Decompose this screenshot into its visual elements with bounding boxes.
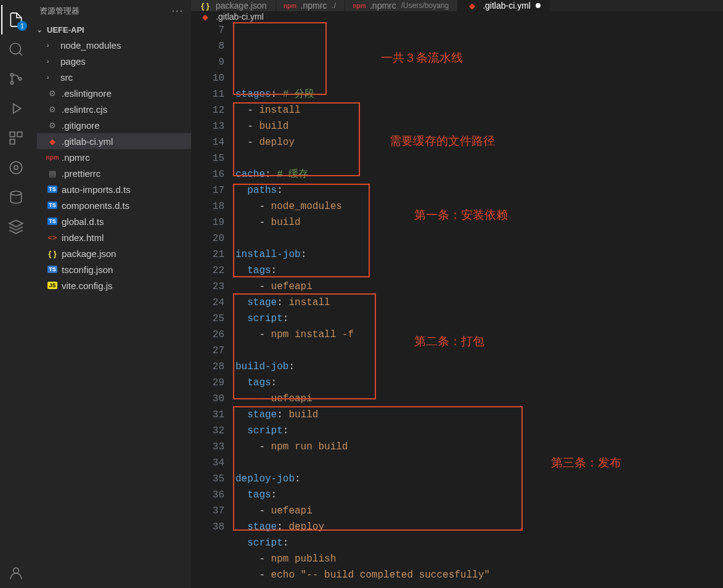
file-label: index.html [62, 232, 104, 243]
code-line[interactable]: deploy-job: [235, 471, 723, 487]
file-item[interactable]: ⚙.eslintignore [37, 85, 191, 101]
more-icon[interactable]: ··· [172, 6, 184, 17]
file-item[interactable]: <>index.html [37, 229, 191, 245]
file-label: node_modules [60, 40, 121, 51]
code-line[interactable]: tags: [235, 487, 723, 503]
tab[interactable]: { }package.json [191, 0, 276, 11]
code-line[interactable] [235, 231, 723, 247]
file-label: tsconfig.json [62, 264, 113, 275]
explorer-icon[interactable]: 1 [1, 5, 31, 35]
tab-label: .npmrc [370, 1, 396, 10]
remote-icon[interactable] [1, 153, 31, 182]
code-line[interactable]: script: [235, 535, 723, 551]
code-area[interactable]: 一共３条流水线需要缓存的文件路径第一条：安装依赖第二条：打包第三条：发布 sta… [235, 22, 723, 588]
code-line[interactable]: stages: # 分段 [235, 86, 723, 102]
tab-label: package.json [216, 1, 267, 10]
code-line[interactable]: - uefeapi [235, 391, 723, 407]
file-item[interactable]: ⚙.gitignore [37, 117, 191, 133]
tab[interactable]: npm.npmrc/Users/boyang [345, 0, 458, 11]
file-label: .eslintignore [62, 88, 112, 99]
code-line[interactable]: build-job: [235, 359, 723, 375]
code-line[interactable]: - install [235, 102, 723, 118]
chevron-down-icon: ⌄ [37, 27, 47, 33]
code-line[interactable]: - build [235, 214, 723, 231]
sidebar-title: 资源管理器 [39, 6, 80, 17]
code-line[interactable]: - npm run build [235, 439, 723, 455]
file-item[interactable]: npm.npmrc [37, 149, 191, 165]
tab[interactable]: npm.npmrc./ [276, 0, 345, 11]
breadcrumb[interactable]: ◆ .gitlab-ci.yml [191, 11, 723, 22]
code-line[interactable]: install-job: [235, 247, 723, 263]
code-line[interactable] [235, 343, 723, 359]
file-item[interactable]: JSvite.config.js [37, 277, 191, 293]
tab[interactable]: ◆.gitlab-ci.yml [458, 0, 550, 11]
file-item[interactable]: TSglobal.d.ts [37, 213, 191, 229]
annotation-box [233, 22, 327, 95]
file-item[interactable]: TScomponents.d.ts [37, 197, 191, 213]
folder-item[interactable]: ›pages [37, 53, 191, 69]
file-item[interactable]: ▤.prettierrc [37, 165, 191, 181]
editor[interactable]: 7891011121314151617181920212223242526272… [191, 22, 723, 588]
sidebar-section[interactable]: ⌄ UEFE-API [32, 22, 191, 37]
tab-label: .gitlab-ci.yml [483, 1, 531, 10]
code-line[interactable]: - npm publish [235, 551, 723, 567]
file-list: ›node_modules›pages›src⚙.eslintignore⚙.e… [32, 37, 191, 293]
section-name: UEFE-API [47, 25, 84, 35]
file-item[interactable]: TStsconfig.json [37, 261, 191, 277]
extensions-icon[interactable] [1, 123, 31, 153]
tab-label: .npmrc [301, 1, 327, 10]
code-line[interactable]: - build [235, 118, 723, 134]
layers-icon[interactable] [1, 212, 31, 242]
svg-line-1 [19, 52, 22, 55]
code-line[interactable]: script: [235, 423, 723, 439]
tab-bar: { }package.jsonnpm.npmrc./npm.npmrc/User… [191, 0, 723, 11]
breadcrumb-label: .gitlab-ci.yml [216, 12, 264, 22]
svg-point-2 [10, 73, 13, 76]
code-line[interactable] [235, 583, 723, 588]
account-icon[interactable] [1, 558, 31, 588]
file-item[interactable]: ◆.gitlab-ci.yml [37, 133, 191, 149]
file-item[interactable]: ⚙.eslintrc.cjs [37, 101, 191, 117]
code-line[interactable]: stage: build [235, 407, 723, 423]
activity-bar: 1 [0, 0, 32, 588]
folder-item[interactable]: ›node_modules [37, 37, 191, 53]
file-item[interactable]: { }package.json [37, 245, 191, 261]
file-item[interactable]: TSauto-imports.d.ts [37, 181, 191, 197]
database-icon[interactable] [1, 182, 31, 212]
code-line[interactable]: stage: deploy [235, 519, 723, 535]
file-label: .gitlab-ci.yml [62, 136, 113, 147]
code-line[interactable]: tags: [235, 263, 723, 279]
svg-point-3 [10, 81, 13, 84]
file-label: .gitignore [62, 120, 100, 131]
svg-point-11 [10, 191, 21, 195]
code-line[interactable] [235, 455, 723, 471]
code-line[interactable] [235, 150, 723, 166]
source-control-icon[interactable] [1, 64, 31, 94]
code-line[interactable]: - echo "-- build completed succesfully" [235, 567, 723, 583]
code-line[interactable]: script: [235, 311, 723, 327]
code-line[interactable]: cache: # 缓存 [235, 166, 723, 182]
code-line[interactable]: stage: install [235, 295, 723, 311]
code-line[interactable]: - uefeapi [235, 503, 723, 519]
svg-point-13 [14, 568, 19, 573]
code-line[interactable]: paths: [235, 182, 723, 198]
modified-indicator [536, 3, 541, 8]
sidebar: 资源管理器 ··· ⌄ UEFE-API ›node_modules›pages… [32, 0, 191, 588]
svg-point-0 [10, 43, 20, 54]
main: { }package.jsonnpm.npmrc./npm.npmrc/User… [191, 0, 723, 588]
svg-marker-12 [9, 220, 23, 227]
code-line[interactable]: - npm install -f [235, 327, 723, 343]
gutter: 7891011121314151617181920212223242526272… [191, 22, 235, 588]
svg-rect-7 [10, 139, 15, 144]
code-line[interactable]: - node_modules [235, 198, 723, 214]
tab-path: ./ [332, 1, 336, 10]
folder-item[interactable]: ›src [37, 69, 191, 85]
annotation-text: 一共３条流水线 [381, 50, 463, 66]
code-line[interactable]: - deploy [235, 134, 723, 150]
code-line[interactable]: tags: [235, 375, 723, 391]
code-line[interactable]: - uefeapi [235, 279, 723, 295]
file-label: global.d.ts [62, 216, 104, 227]
debug-icon[interactable] [1, 94, 31, 123]
search-icon[interactable] [1, 35, 31, 64]
file-label: src [60, 72, 73, 83]
